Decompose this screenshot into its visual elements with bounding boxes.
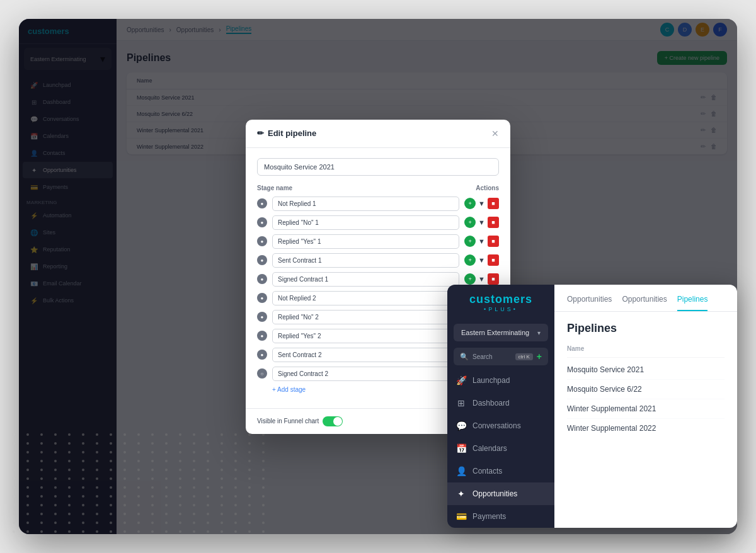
zoom-nav-label: Payments bbox=[472, 512, 506, 521]
zoom-nav-label: Opportunities bbox=[472, 489, 517, 498]
stage-name-input[interactable] bbox=[272, 215, 459, 230]
add-action-button[interactable]: + bbox=[464, 217, 476, 228]
stage-check-icon: ○ bbox=[257, 368, 267, 379]
dashboard-icon: ⊞ bbox=[456, 398, 466, 408]
modal-title: ✏ Edit pipeline bbox=[257, 128, 316, 138]
chevron-down-icon: ▾ bbox=[537, 329, 541, 336]
zoom-table-row[interactable]: Winter Supplemental 2021 bbox=[567, 399, 724, 419]
stage-row: ● + ▼ ■ bbox=[257, 272, 499, 287]
zoom-search-bar[interactable]: 🔍 Search ctrl K + bbox=[454, 348, 548, 365]
zoom-sidebar-item-contacts[interactable]: 👤 Contacts bbox=[447, 460, 554, 482]
stage-name-input[interactable] bbox=[272, 291, 459, 305]
stage-check-icon: ● bbox=[257, 274, 267, 284]
zoom-sidebar-item-payments[interactable]: 💳 Payments bbox=[447, 505, 554, 528]
actions-label: Actions bbox=[476, 185, 499, 191]
zoom-sidebar-item-opportunities[interactable]: ✦ Opportunities bbox=[447, 482, 554, 505]
stage-name-input[interactable] bbox=[272, 272, 459, 287]
zoom-logo: customers •PLUS• bbox=[447, 285, 554, 321]
stage-actions: + ▼ ■ bbox=[464, 236, 499, 247]
zoom-nav-label: Conversations bbox=[472, 421, 521, 430]
delete-stage-button[interactable]: ■ bbox=[488, 236, 499, 247]
stage-actions: + ▼ ■ bbox=[464, 254, 499, 266]
conversations-icon: 💬 bbox=[456, 421, 466, 431]
calendars-icon: 📅 bbox=[456, 443, 466, 453]
zoom-nav-label: Contacts bbox=[472, 467, 502, 476]
opportunities-icon: ✦ bbox=[456, 489, 466, 499]
logo-title: customers bbox=[457, 294, 544, 306]
zoom-panels: customers •PLUS• Eastern Exterminating ▾… bbox=[447, 285, 737, 528]
zoom-account-name: Eastern Exterminating bbox=[461, 329, 529, 336]
stage-check-icon: ● bbox=[257, 255, 267, 265]
stage-name-input[interactable] bbox=[272, 310, 459, 324]
tab-opportunities-2[interactable]: Opportunities bbox=[622, 295, 667, 311]
stage-check-icon: ● bbox=[257, 350, 267, 360]
stage-header: Stage name Actions bbox=[257, 185, 499, 191]
zoom-account-selector[interactable]: Eastern Exterminating ▾ bbox=[454, 324, 548, 341]
tab-opportunities-1[interactable]: Opportunities bbox=[567, 295, 612, 311]
zoom-tabs: Opportunities Opportunities Pipelines bbox=[567, 295, 724, 311]
delete-stage-button[interactable]: ■ bbox=[488, 198, 499, 209]
zoom-nav-label: Launchpad bbox=[472, 376, 510, 385]
visible-funnel-label: Visible in Funnel chart bbox=[257, 418, 319, 425]
delete-stage-button[interactable]: ■ bbox=[488, 273, 499, 285]
zoom-table-row[interactable]: Mosquito Service 2021 bbox=[567, 360, 724, 380]
add-action-button[interactable]: + bbox=[464, 254, 476, 266]
stage-check-icon: ● bbox=[257, 217, 267, 227]
zoom-nav-label: Calendars bbox=[472, 444, 507, 453]
stage-check-icon: ● bbox=[257, 293, 267, 303]
launchpad-icon: 🚀 bbox=[456, 375, 466, 385]
stage-name-input[interactable] bbox=[272, 234, 459, 249]
filter-icon[interactable]: ▼ bbox=[478, 219, 485, 226]
zoom-right-header: Opportunities Opportunities Pipelines bbox=[554, 285, 737, 312]
payments-icon: 💳 bbox=[456, 511, 466, 522]
add-action-button[interactable]: + bbox=[464, 198, 476, 209]
zoom-pipelines-title: Pipelines bbox=[567, 322, 724, 335]
funnel-chart-toggle[interactable] bbox=[323, 416, 343, 426]
search-shortcut-badge: ctrl K bbox=[515, 353, 533, 360]
pipeline-name-input[interactable] bbox=[257, 158, 499, 176]
filter-icon[interactable]: ▼ bbox=[478, 275, 485, 283]
zoom-sidebar-item-calendars[interactable]: 📅 Calendars bbox=[447, 437, 554, 460]
add-action-button[interactable]: + bbox=[464, 273, 476, 285]
stage-name-input[interactable] bbox=[272, 329, 459, 343]
zoom-sidebar-item-dashboard[interactable]: ⊞ Dashboard bbox=[447, 392, 554, 414]
stage-name-input[interactable] bbox=[272, 253, 459, 268]
stage-row: ● + ▼ ■ bbox=[257, 197, 499, 211]
stage-check-icon: ● bbox=[257, 312, 267, 322]
tab-pipelines[interactable]: Pipelines bbox=[677, 295, 708, 311]
modal-header: ✏ Edit pipeline ✕ bbox=[246, 120, 510, 148]
delete-stage-button[interactable]: ■ bbox=[488, 254, 499, 266]
edit-icon: ✏ bbox=[257, 128, 264, 138]
logo-subtitle: •PLUS• bbox=[457, 306, 544, 312]
zoom-table-row[interactable]: Winter Supplemental 2022 bbox=[567, 419, 724, 438]
stage-name-label: Stage name bbox=[257, 185, 292, 191]
stage-actions: + ▼ ■ bbox=[464, 273, 499, 285]
zoom-table-row[interactable]: Mosquito Service 6/22 bbox=[567, 380, 724, 399]
stage-name-input[interactable] bbox=[272, 197, 459, 211]
search-placeholder: Search bbox=[472, 353, 512, 360]
stage-actions: + ▼ ■ bbox=[464, 217, 499, 228]
add-action-button[interactable]: + bbox=[464, 236, 476, 247]
filter-icon[interactable]: ▼ bbox=[478, 200, 485, 207]
zoom-sidebar-item-conversations[interactable]: 💬 Conversations bbox=[447, 414, 554, 437]
stage-row: ● + ▼ ■ bbox=[257, 234, 499, 249]
stage-check-icon: ● bbox=[257, 331, 267, 341]
stage-actions: + ▼ ■ bbox=[464, 198, 499, 209]
stage-check-icon: ● bbox=[257, 236, 267, 246]
filter-icon[interactable]: ▼ bbox=[478, 237, 485, 245]
search-icon: 🔍 bbox=[460, 353, 469, 361]
search-add-icon[interactable]: + bbox=[537, 351, 542, 362]
delete-stage-button[interactable]: ■ bbox=[488, 217, 499, 228]
zoom-sidebar: customers •PLUS• Eastern Exterminating ▾… bbox=[447, 285, 554, 528]
filter-icon[interactable]: ▼ bbox=[478, 256, 485, 264]
close-button[interactable]: ✕ bbox=[491, 128, 499, 139]
zoom-nav-label: Dashboard bbox=[472, 399, 510, 408]
stage-name-input[interactable] bbox=[272, 348, 459, 362]
zoom-table-header: Name bbox=[567, 345, 724, 358]
stage-name-input[interactable] bbox=[272, 367, 459, 381]
contacts-icon: 👤 bbox=[456, 466, 466, 476]
zoom-sidebar-item-launchpad[interactable]: 🚀 Launchpad bbox=[447, 369, 554, 392]
stage-row: ● + ▼ ■ bbox=[257, 253, 499, 268]
zoom-content: Pipelines Name Mosquito Service 2021 Mos… bbox=[554, 312, 737, 528]
funnel-chart-toggle-row: Visible in Funnel chart bbox=[257, 416, 343, 426]
